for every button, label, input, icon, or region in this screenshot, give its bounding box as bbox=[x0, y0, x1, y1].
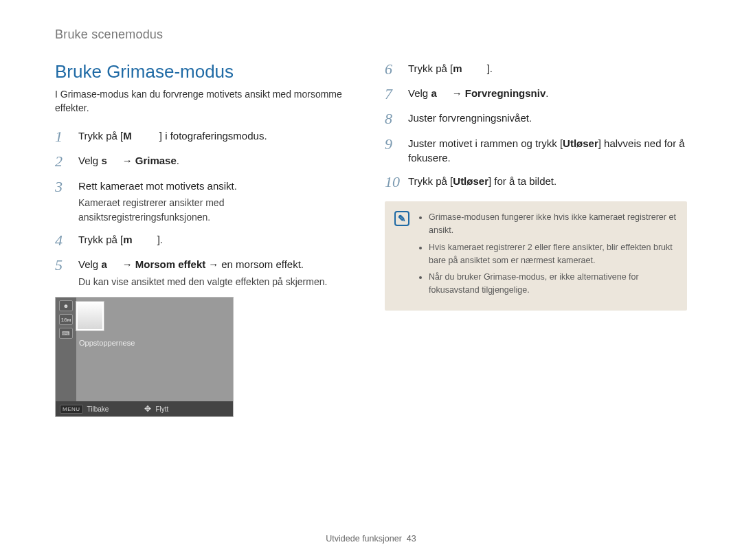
target: Grimase bbox=[135, 155, 177, 166]
lcd-tile-selected bbox=[76, 302, 104, 331]
step-text: Juster motivet i rammen og trykk [Utløse… bbox=[408, 136, 687, 166]
step-text: Trykk på [m]. bbox=[408, 61, 687, 76]
step-number: 10 bbox=[385, 174, 401, 190]
lcd-bottom-bar: MENU Tilbake ✥ Flytt bbox=[56, 401, 233, 416]
text: ] i fotograferingsmodus. bbox=[159, 130, 267, 142]
step-text: Velg s→Grimase. bbox=[78, 153, 357, 168]
key-label: Utløser bbox=[453, 175, 488, 187]
step-10: 10 Trykk på [Utløser] for å ta bildet. bbox=[385, 174, 687, 190]
sub-text: Kameraet registrerer ansikter med ansikt… bbox=[78, 196, 357, 224]
right-column: 6 Trykk på [m]. 7 Velg a→Forvregningsniv… bbox=[385, 61, 687, 417]
page-footer: Utvidede funksjoner 43 bbox=[0, 534, 742, 544]
step-number: 8 bbox=[385, 111, 401, 127]
text: ] for å ta bildet. bbox=[488, 175, 556, 187]
text: ]. bbox=[157, 234, 163, 245]
lcd-effect-label: Oppstoppernese bbox=[79, 339, 135, 347]
key-label: Utløser bbox=[563, 137, 598, 149]
note-list: Grimase-modusen fungerer ikke hvis ikke … bbox=[419, 211, 676, 297]
icon-label: a bbox=[431, 87, 436, 99]
step-number: 1 bbox=[55, 128, 71, 145]
text: Velg bbox=[78, 155, 101, 166]
text: Trykk på [ bbox=[78, 130, 123, 142]
lcd-menu-button: MENU bbox=[60, 405, 83, 414]
step-text: Velg a→Forvregningsniv. bbox=[408, 86, 687, 101]
content-columns: Bruke Grimase-modus I Grimase-modus kan … bbox=[55, 61, 687, 417]
section-title: Bruke Grimase-modus bbox=[55, 61, 357, 82]
step-4: 4 Trykk på [m]. bbox=[55, 232, 357, 249]
lcd-keyboard-icon: ⌨ bbox=[59, 328, 73, 339]
step-6: 6 Trykk på [m]. bbox=[385, 61, 687, 78]
key-label: m bbox=[123, 234, 132, 245]
manual-page: Bruke scenemodus Bruke Grimase-modus I G… bbox=[0, 0, 742, 560]
key-label: M bbox=[123, 130, 132, 142]
key-label: m bbox=[453, 63, 462, 74]
step-9: 9 Juster motivet i rammen og trykk [Utlø… bbox=[385, 136, 687, 166]
target: Morsom effekt bbox=[135, 258, 206, 270]
text: Trykk på [ bbox=[78, 234, 123, 245]
step-number: 6 bbox=[385, 61, 401, 78]
step-text: Velg a→Morsom effekt→en morsom effekt. D… bbox=[78, 257, 357, 289]
step-7: 7 Velg a→Forvregningsniv. bbox=[385, 86, 687, 102]
arrow-icon: → bbox=[449, 87, 465, 99]
note-item: Grimase-modusen fungerer ikke hvis ikke … bbox=[429, 211, 676, 237]
icon-label: a bbox=[101, 258, 106, 270]
step-5: 5 Velg a→Morsom effekt→en morsom effekt.… bbox=[55, 257, 357, 289]
step-1: 1 Trykk på [M] i fotograferingsmodus. bbox=[55, 128, 357, 145]
step-number: 5 bbox=[55, 257, 71, 273]
step-text: Rett kameraet mot motivets ansikt. Kamer… bbox=[78, 179, 357, 224]
lcd-mode-icon: ☻ bbox=[59, 300, 73, 311]
text: Rett kameraet mot motivets ansikt. bbox=[78, 180, 237, 192]
lcd-dpad-icon: ✥ bbox=[144, 404, 151, 414]
step-text: Juster forvrengningsnivået. bbox=[408, 111, 687, 126]
note-item: Når du bruker Grimase-modus, er ikke alt… bbox=[429, 271, 676, 297]
step-number: 4 bbox=[55, 232, 71, 249]
footer-label: Utvidede funksjoner bbox=[326, 534, 401, 544]
lcd-move-label: Flytt bbox=[155, 405, 168, 413]
arrow-icon: → bbox=[205, 258, 221, 270]
note-item: Hvis kameraet registrerer 2 eller flere … bbox=[429, 241, 676, 267]
step-8: 8 Juster forvrengningsnivået. bbox=[385, 111, 687, 127]
text: en morsom effekt. bbox=[221, 258, 304, 270]
text: Trykk på [ bbox=[408, 63, 453, 74]
step-number: 7 bbox=[385, 86, 401, 102]
text: Trykk på [ bbox=[408, 175, 453, 187]
lcd-back-label: Tilbake bbox=[87, 405, 109, 413]
text: Velg bbox=[408, 87, 431, 99]
text: Juster motivet i rammen og trykk [ bbox=[408, 137, 563, 149]
step-number: 2 bbox=[55, 153, 71, 170]
section-intro: I Grimase-modus kan du forvrenge motivet… bbox=[55, 88, 357, 115]
step-number: 9 bbox=[385, 136, 401, 153]
arrow-icon: → bbox=[120, 258, 135, 270]
sub-text: Du kan vise ansiktet med den valgte effe… bbox=[78, 275, 357, 289]
lcd-effect-tiles bbox=[76, 302, 229, 331]
note-box: ✎ Grimase-modusen fungerer ikke hvis ikk… bbox=[385, 201, 687, 311]
step-text: Trykk på [M] i fotograferingsmodus. bbox=[78, 128, 357, 144]
target: Forvregningsniv bbox=[465, 87, 546, 99]
steps-left: 1 Trykk på [M] i fotograferingsmodus. 2 … bbox=[55, 128, 357, 289]
text: Velg bbox=[78, 258, 101, 270]
step-3: 3 Rett kameraet mot motivets ansikt. Kam… bbox=[55, 179, 357, 224]
breadcrumb: Bruke scenemodus bbox=[55, 27, 687, 42]
steps-right: 6 Trykk på [m]. 7 Velg a→Forvregningsniv… bbox=[385, 61, 687, 190]
step-number: 3 bbox=[55, 179, 71, 195]
text: ]. bbox=[487, 63, 493, 74]
note-icon: ✎ bbox=[394, 211, 409, 226]
icon-label: s bbox=[101, 155, 106, 166]
lcd-size-icon: 16м bbox=[59, 314, 73, 325]
left-column: Bruke Grimase-modus I Grimase-modus kan … bbox=[55, 61, 357, 417]
lcd-sidebar: ☻ 16м ⌨ bbox=[56, 298, 76, 401]
step-text: Trykk på [m]. bbox=[78, 232, 357, 247]
text: . bbox=[546, 87, 548, 99]
step-text: Trykk på [Utløser] for å ta bildet. bbox=[408, 174, 687, 189]
text: . bbox=[177, 155, 179, 166]
step-2: 2 Velg s→Grimase. bbox=[55, 153, 357, 170]
footer-page-number: 43 bbox=[407, 534, 416, 544]
arrow-icon: → bbox=[120, 155, 135, 166]
camera-lcd-preview: ☻ 16м ⌨ Oppstoppernese MENU Tilbake ✥ Fl… bbox=[55, 297, 234, 417]
